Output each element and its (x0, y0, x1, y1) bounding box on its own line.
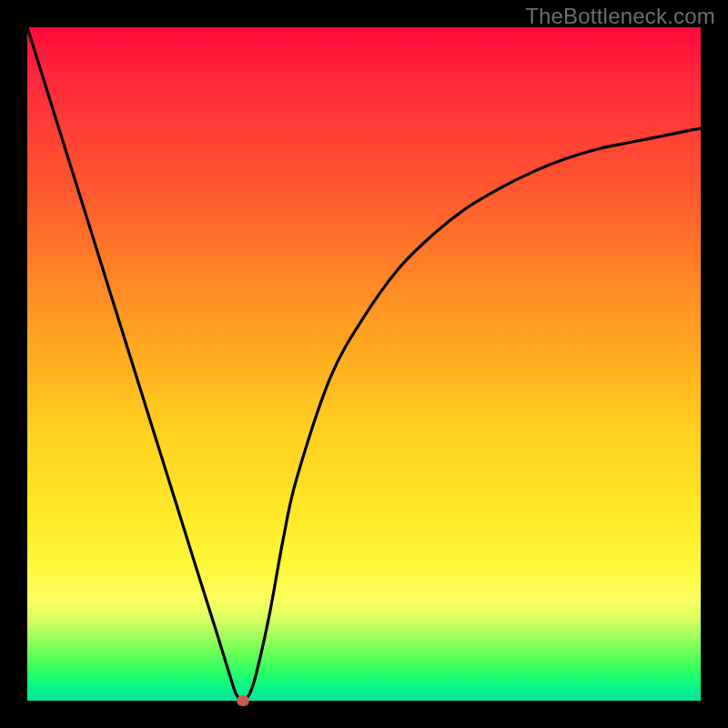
bottleneck-curve (27, 27, 701, 701)
chart-frame: TheBottleneck.com (0, 0, 728, 728)
watermark-text: TheBottleneck.com (525, 4, 715, 29)
curve-svg (27, 27, 701, 701)
plot-area (27, 27, 701, 701)
minimum-marker (237, 695, 249, 706)
